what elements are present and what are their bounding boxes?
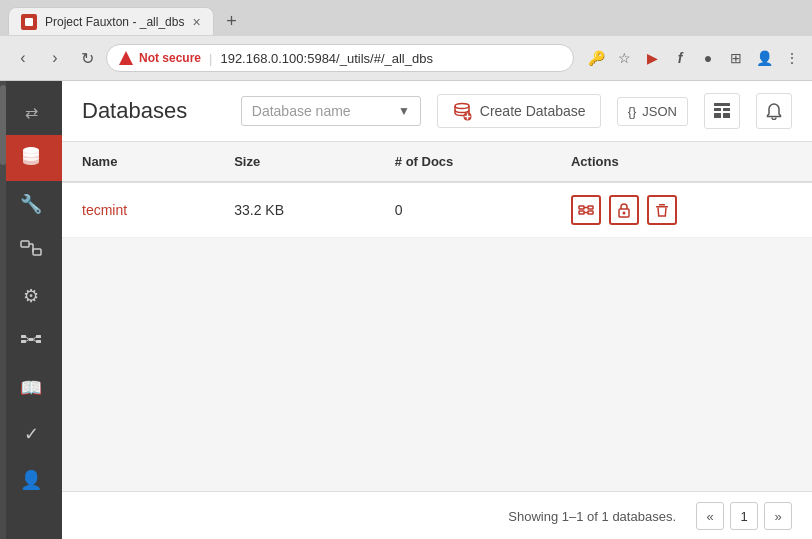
new-tab-button[interactable]: + xyxy=(218,7,246,35)
footer: Showing 1–1 of 1 databases. « 1 » xyxy=(62,491,812,539)
actions-container xyxy=(571,195,792,225)
svg-rect-19 xyxy=(714,108,721,111)
sidebar-item-replication[interactable] xyxy=(0,227,62,273)
delete-button[interactable] xyxy=(647,195,677,225)
tab-close-button[interactable]: × xyxy=(192,15,200,29)
databases-table: Name Size # of Docs Actions tecmint 33.2… xyxy=(62,142,812,238)
create-db-label: Create Database xyxy=(480,103,586,119)
not-secure-label: Not secure xyxy=(139,51,201,65)
user-icon: 👤 xyxy=(20,469,42,491)
db-size-cell: 33.2 KB xyxy=(214,182,375,238)
col-name: Name xyxy=(62,142,214,182)
notifications-button[interactable] xyxy=(756,93,792,129)
security-button[interactable] xyxy=(609,195,639,225)
svg-line-13 xyxy=(34,340,37,342)
settings-icon: ⚙ xyxy=(23,285,39,307)
tab-bar: Project Fauxton - _all_dbs × + xyxy=(0,0,812,36)
script-icon[interactable]: f xyxy=(670,48,690,68)
browser-chrome: Project Fauxton - _all_dbs × + ‹ › ↻ Not… xyxy=(0,0,812,81)
svg-rect-23 xyxy=(579,206,584,209)
svg-rect-22 xyxy=(723,113,730,118)
svg-rect-6 xyxy=(21,340,26,343)
pagination: « 1 » xyxy=(696,502,792,530)
reload-button[interactable]: ↻ xyxy=(74,45,100,71)
tab-favicon xyxy=(21,14,37,30)
create-db-icon xyxy=(452,101,472,121)
dropdown-arrow-icon: ▼ xyxy=(398,104,410,118)
content-header: Databases Database name ▼ Create Data xyxy=(62,81,812,142)
svg-line-12 xyxy=(34,337,37,340)
col-docs: # of Docs xyxy=(375,142,551,182)
svg-rect-5 xyxy=(21,335,26,338)
current-page: 1 xyxy=(730,502,758,530)
sidebar-item-config[interactable]: 🔧 xyxy=(0,181,62,227)
sidebar-item-verify[interactable]: ✓ xyxy=(0,411,62,457)
svg-rect-25 xyxy=(579,211,584,214)
compact-button[interactable] xyxy=(571,195,601,225)
svg-rect-2 xyxy=(33,249,41,255)
svg-rect-31 xyxy=(656,206,668,208)
svg-rect-21 xyxy=(714,113,721,118)
showing-text: Showing 1–1 of 1 databases. xyxy=(508,509,676,524)
db-name-placeholder: Database name xyxy=(252,103,351,119)
sidebar-item-user[interactable]: 👤 xyxy=(0,457,62,503)
address-text: 192.168.0.100:5984/_utils/#/_all_dbs xyxy=(220,51,561,66)
arrow-icon: ⇄ xyxy=(25,103,38,122)
sidebar: ⇄ 🔧 ⚙ xyxy=(0,81,62,539)
database-icon xyxy=(20,145,42,172)
svg-rect-9 xyxy=(29,338,34,341)
address-divider: | xyxy=(209,51,212,66)
sidebar-item-docs[interactable]: 📖 xyxy=(0,365,62,411)
db-name-cell: tecmint xyxy=(62,182,214,238)
cluster-icon xyxy=(20,331,42,353)
svg-rect-24 xyxy=(588,206,593,209)
active-tab[interactable]: Project Fauxton - _all_dbs × xyxy=(8,7,214,35)
tab-title: Project Fauxton - _all_dbs xyxy=(45,15,184,29)
col-size: Size xyxy=(214,142,375,182)
svg-rect-18 xyxy=(714,103,730,106)
svg-rect-20 xyxy=(723,108,730,111)
table-row: tecmint 33.2 KB 0 xyxy=(62,182,812,238)
circle-icon[interactable]: ● xyxy=(698,48,718,68)
profile-icon[interactable]: 👤 xyxy=(754,48,774,68)
svg-line-11 xyxy=(26,340,29,342)
sidebar-scroll-thumb[interactable] xyxy=(0,85,6,165)
replication-icon xyxy=(20,239,42,262)
warning-triangle-icon xyxy=(119,51,133,65)
db-name-link[interactable]: tecmint xyxy=(82,202,127,218)
address-bar[interactable]: Not secure | 192.168.0.100:5984/_utils/#… xyxy=(106,44,574,72)
db-name-input[interactable]: Database name ▼ xyxy=(241,96,421,126)
svg-rect-7 xyxy=(36,335,41,338)
db-actions-cell xyxy=(551,182,812,238)
prev-page-button[interactable]: « xyxy=(696,502,724,530)
sidebar-item-databases[interactable] xyxy=(0,135,62,181)
sidebar-item-settings[interactable]: ⚙ xyxy=(0,273,62,319)
json-label: JSON xyxy=(642,104,677,119)
page-title: Databases xyxy=(82,98,187,124)
table-container: Name Size # of Docs Actions tecmint 33.2… xyxy=(62,142,812,491)
table-view-button[interactable] xyxy=(704,93,740,129)
main-layout: ⇄ 🔧 ⚙ xyxy=(0,81,812,539)
grid-icon[interactable]: ⊞ xyxy=(726,48,746,68)
forward-button[interactable]: › xyxy=(42,45,68,71)
wrench-icon: 🔧 xyxy=(20,193,42,215)
verify-icon: ✓ xyxy=(24,423,39,445)
key-icon[interactable]: 🔑 xyxy=(586,48,606,68)
sidebar-scrollbar xyxy=(0,81,6,539)
col-actions: Actions xyxy=(551,142,812,182)
star-icon[interactable]: ☆ xyxy=(614,48,634,68)
table-header-row: Name Size # of Docs Actions xyxy=(62,142,812,182)
nav-icons: 🔑 ☆ ▶ f ● ⊞ 👤 ⋮ xyxy=(586,48,802,68)
next-page-button[interactable]: » xyxy=(764,502,792,530)
svg-rect-8 xyxy=(36,340,41,343)
json-button[interactable]: {} JSON xyxy=(617,97,688,126)
menu-icon[interactable]: ⋮ xyxy=(782,48,802,68)
svg-line-10 xyxy=(26,337,29,340)
docs-icon: 📖 xyxy=(20,377,42,399)
sidebar-item-cluster[interactable] xyxy=(0,319,62,365)
fauxton-icon[interactable]: ▶ xyxy=(642,48,662,68)
back-button[interactable]: ‹ xyxy=(10,45,36,71)
create-database-button[interactable]: Create Database xyxy=(437,94,601,128)
svg-rect-26 xyxy=(588,211,593,214)
sidebar-item-arrow[interactable]: ⇄ xyxy=(0,89,62,135)
